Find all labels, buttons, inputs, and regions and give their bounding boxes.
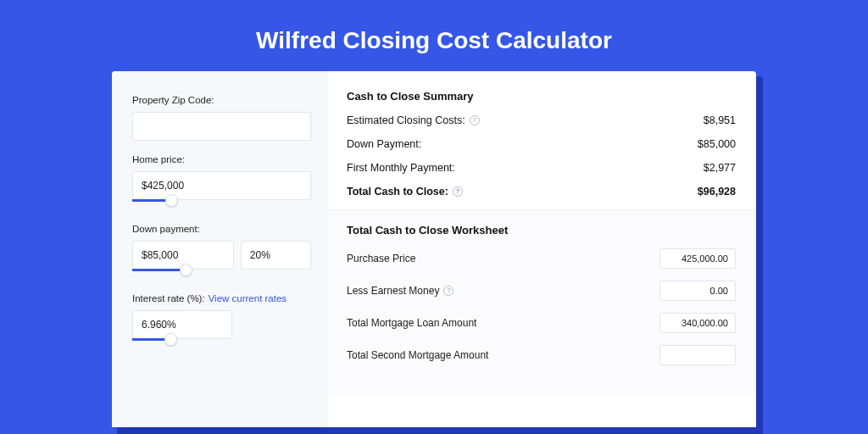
worksheet-row: Purchase Price xyxy=(347,248,736,269)
worksheet-input[interactable] xyxy=(659,281,736,301)
worksheet-input[interactable] xyxy=(659,248,736,269)
worksheet-row: Less Earnest Money ? xyxy=(347,281,736,301)
worksheet-row: Total Second Mortgage Amount xyxy=(347,345,736,365)
summary-title: Cash to Close Summary xyxy=(347,90,736,103)
zip-field-group: Property Zip Code: xyxy=(132,95,311,141)
down-payment-slider[interactable] xyxy=(132,271,311,280)
calculator-card-wrap: Property Zip Code: Home price: Down paym… xyxy=(112,71,756,427)
slider-thumb[interactable] xyxy=(165,194,178,207)
worksheet-label: Purchase Price xyxy=(347,253,415,264)
worksheet-input[interactable] xyxy=(659,313,736,333)
summary-total-row: Total Cash to Close: ? $96,928 xyxy=(347,186,736,198)
slider-thumb[interactable] xyxy=(164,333,177,346)
summary-label: Down Payment: xyxy=(347,138,421,150)
view-current-rates-link[interactable]: View current rates xyxy=(209,293,287,303)
page-title: Wilfred Closing Cost Calculator xyxy=(0,0,868,71)
inputs-panel: Property Zip Code: Home price: Down paym… xyxy=(112,71,328,427)
interest-rate-input[interactable] xyxy=(132,310,232,339)
summary-total-label: Total Cash to Close: xyxy=(347,186,448,198)
worksheet-row: Total Mortgage Loan Amount xyxy=(347,313,736,333)
summary-total-value: $96,928 xyxy=(698,186,736,198)
zip-input[interactable] xyxy=(132,112,311,141)
zip-label: Property Zip Code: xyxy=(132,95,311,105)
summary-value: $8,951 xyxy=(704,114,736,126)
worksheet-label: Total Mortgage Loan Amount xyxy=(347,317,476,329)
interest-rate-slider[interactable] xyxy=(132,341,232,349)
calculator-card: Property Zip Code: Home price: Down paym… xyxy=(112,71,756,427)
down-payment-percent-input[interactable] xyxy=(241,241,311,270)
help-icon[interactable]: ? xyxy=(443,286,453,296)
worksheet-title: Total Cash to Close Worksheet xyxy=(347,224,736,236)
summary-row: First Monthly Payment: $2,977 xyxy=(347,162,736,174)
results-panel: Cash to Close Summary Estimated Closing … xyxy=(328,71,756,427)
home-price-label: Home price: xyxy=(132,154,311,164)
down-payment-label: Down payment: xyxy=(132,224,311,234)
summary-row: Estimated Closing Costs: ? $8,951 xyxy=(347,114,736,126)
worksheet-panel: Total Cash to Close Worksheet Purchase P… xyxy=(328,209,756,394)
home-price-slider[interactable] xyxy=(132,202,311,210)
summary-row: Down Payment: $85,000 xyxy=(347,138,736,150)
summary-value: $2,977 xyxy=(704,162,736,174)
worksheet-input[interactable] xyxy=(659,345,736,365)
interest-rate-field-group: Interest rate (%): View current rates xyxy=(132,293,311,349)
slider-thumb[interactable] xyxy=(180,264,192,276)
down-payment-field-group: Down payment: xyxy=(132,224,311,280)
home-price-field-group: Home price: xyxy=(132,154,311,210)
worksheet-label: Less Earnest Money xyxy=(347,285,439,297)
help-icon[interactable]: ? xyxy=(453,186,463,197)
interest-rate-label: Interest rate (%): xyxy=(132,293,205,303)
interest-rate-label-row: Interest rate (%): View current rates xyxy=(132,293,311,303)
help-icon[interactable]: ? xyxy=(470,115,480,125)
summary-value: $85,000 xyxy=(698,138,736,150)
home-price-input[interactable] xyxy=(132,171,311,200)
summary-label: Estimated Closing Costs: xyxy=(347,114,465,126)
worksheet-label: Total Second Mortgage Amount xyxy=(347,349,488,361)
slider-track-fill xyxy=(132,269,186,271)
summary-label: First Monthly Payment: xyxy=(347,162,455,174)
